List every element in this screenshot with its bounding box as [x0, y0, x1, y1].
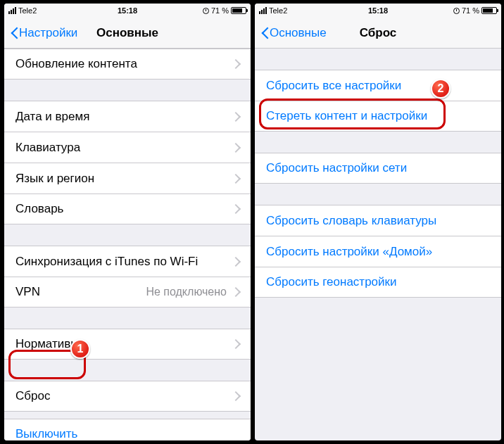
row-language[interactable]: Язык и регион	[4, 163, 251, 194]
row-reset-network[interactable]: Сбросить настройки сети	[255, 153, 501, 184]
row-norm[interactable]: Нормативы	[4, 329, 251, 360]
battery-icon	[231, 7, 246, 14]
alarm-icon	[453, 8, 460, 14]
status-time: 15:18	[118, 6, 137, 15]
chevron-right-icon	[234, 59, 239, 69]
row-reset-geo[interactable]: Сбросить геонастройки	[255, 267, 501, 298]
chevron-left-icon	[10, 27, 18, 39]
row-shutdown[interactable]: Выключить	[4, 419, 251, 440]
chevron-right-icon	[234, 339, 239, 349]
chevron-right-icon	[234, 174, 239, 184]
battery-icon	[481, 7, 497, 14]
nav-bar: Основные Сброс	[255, 18, 501, 49]
battery-percent: 71 %	[211, 6, 229, 15]
screen-reset: Tele2 15:18 71 % Основные Сброс Сбросить…	[255, 4, 501, 440]
row-reset-home[interactable]: Сбросить настройки «Домой»	[255, 236, 501, 267]
status-time: 15:18	[368, 6, 388, 15]
vpn-status: Не подключено	[146, 286, 227, 298]
chevron-left-icon	[260, 27, 268, 39]
row-keyboard[interactable]: Клавиатура	[4, 132, 251, 163]
row-reset[interactable]: Сброс	[4, 381, 251, 412]
back-label: Настройки	[19, 26, 77, 40]
row-reset-all[interactable]: Сбросить все настройки	[255, 70, 501, 101]
carrier-label: Tele2	[269, 6, 287, 15]
chevron-right-icon	[234, 143, 239, 153]
chevron-right-icon	[234, 287, 239, 297]
back-button[interactable]: Основные	[260, 26, 327, 40]
status-bar: Tele2 15:18 71 %	[255, 4, 501, 18]
chevron-right-icon	[234, 204, 239, 214]
back-button[interactable]: Настройки	[10, 26, 77, 40]
signal-icon	[8, 7, 16, 14]
chevron-right-icon	[234, 112, 239, 122]
battery-percent: 71 %	[462, 6, 479, 15]
screen-general: Tele2 15:18 71 % Настройки Основные Обно…	[4, 4, 251, 440]
row-erase-content[interactable]: Стереть контент и настройки	[255, 101, 501, 132]
row-reset-dict[interactable]: Сбросить словарь клавиатуры	[255, 205, 501, 236]
row-date-time[interactable]: Дата и время	[4, 101, 251, 132]
alarm-icon	[203, 8, 209, 14]
status-bar: Tele2 15:18 71 %	[4, 4, 251, 18]
signal-icon	[259, 7, 267, 14]
chevron-right-icon	[234, 391, 239, 401]
row-itunes-sync[interactable]: Синхронизация с iTunes по Wi-Fi	[4, 246, 251, 277]
row-content-update[interactable]: Обновление контента	[4, 49, 251, 80]
row-vpn[interactable]: VPN Не подключено	[4, 277, 251, 307]
page-title: Основные	[96, 26, 158, 40]
nav-bar: Настройки Основные	[4, 18, 251, 49]
back-label: Основные	[270, 26, 327, 40]
page-title: Сброс	[360, 26, 397, 40]
carrier-label: Tele2	[18, 6, 37, 15]
row-dictionary[interactable]: Словарь	[4, 194, 251, 224]
chevron-right-icon	[234, 257, 239, 267]
